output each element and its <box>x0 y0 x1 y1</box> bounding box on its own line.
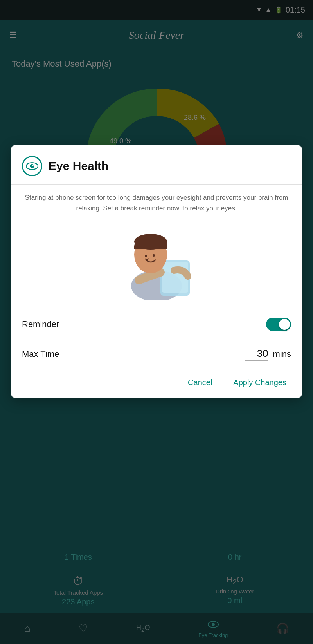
svg-point-4 <box>30 164 34 168</box>
dialog-buttons: Cancel Apply Changes <box>11 375 302 390</box>
eye-health-icon <box>22 156 42 176</box>
reminder-toggle[interactable] <box>266 318 291 331</box>
cancel-button[interactable]: Cancel <box>183 375 217 390</box>
reminder-row: Reminder <box>11 311 302 337</box>
person-illustration <box>11 221 302 300</box>
maxtime-value[interactable]: 30 <box>245 347 268 361</box>
svg-point-12 <box>153 254 155 257</box>
maxtime-unit: mins <box>273 349 291 359</box>
svg-point-11 <box>145 255 147 257</box>
eye-health-dialog: Eye Health Staring at phone screen for t… <box>11 145 302 398</box>
dialog-divider <box>11 184 302 185</box>
dialog-title: Eye Health <box>49 159 108 173</box>
reminder-label: Reminder <box>22 319 59 329</box>
dialog-description: Staring at phone screen for too long dam… <box>11 192 302 221</box>
apply-changes-button[interactable]: Apply Changes <box>228 375 291 390</box>
maxtime-row: Max Time 30 mins <box>11 341 302 367</box>
maxtime-label: Max Time <box>22 349 59 359</box>
maxtime-value-container: 30 mins <box>245 347 291 361</box>
dialog-header: Eye Health <box>11 145 302 184</box>
svg-point-5 <box>32 165 34 166</box>
